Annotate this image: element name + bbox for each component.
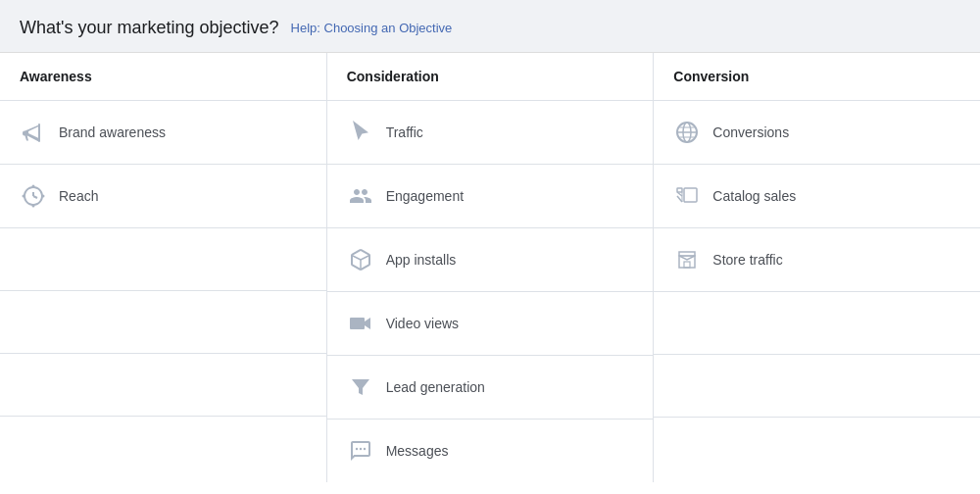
svg-point-10 bbox=[355, 448, 357, 450]
svg-point-11 bbox=[359, 448, 361, 450]
empty-cell-3 bbox=[0, 354, 326, 417]
engagement-option[interactable]: Engagement bbox=[327, 165, 654, 228]
filter-icon bbox=[347, 373, 374, 401]
video-icon bbox=[347, 310, 374, 337]
svg-line-8 bbox=[361, 256, 369, 261]
svg-line-7 bbox=[352, 256, 361, 261]
store-traffic-option[interactable]: Store traffic bbox=[654, 228, 980, 292]
app-installs-label: App installs bbox=[386, 252, 457, 268]
svg-rect-24 bbox=[684, 262, 690, 268]
svg-rect-19 bbox=[684, 188, 697, 202]
svg-line-22 bbox=[677, 196, 682, 202]
page-wrapper: What's your marketing objective? Help: C… bbox=[0, 0, 980, 494]
app-icon bbox=[347, 246, 374, 273]
catalog-sales-option[interactable]: Catalog sales bbox=[654, 165, 980, 228]
video-views-label: Video views bbox=[386, 316, 459, 331]
globe-icon bbox=[673, 119, 701, 146]
messages-label: Messages bbox=[386, 443, 449, 459]
svg-point-2 bbox=[32, 185, 35, 188]
svg-point-3 bbox=[32, 205, 35, 208]
conversions-option[interactable]: Conversions bbox=[654, 101, 980, 165]
conv-empty-3 bbox=[654, 418, 980, 480]
lead-generation-label: Lead generation bbox=[386, 379, 485, 395]
store-traffic-label: Store traffic bbox=[712, 252, 782, 268]
awareness-column: Awareness Brand awareness bbox=[0, 53, 327, 482]
cart-icon bbox=[673, 182, 701, 210]
conversions-label: Conversions bbox=[712, 124, 789, 140]
header: What's your marketing objective? Help: C… bbox=[0, 0, 980, 53]
brand-awareness-label: Brand awareness bbox=[59, 124, 166, 140]
conversion-header: Conversion bbox=[654, 53, 980, 101]
empty-cell-2 bbox=[0, 291, 326, 354]
messages-icon bbox=[347, 437, 374, 465]
svg-rect-9 bbox=[350, 318, 365, 329]
traffic-option[interactable]: Traffic bbox=[327, 101, 654, 165]
empty-cell-4 bbox=[0, 417, 326, 479]
lead-generation-option[interactable]: Lead generation bbox=[327, 356, 654, 420]
reach-icon bbox=[20, 182, 47, 210]
consideration-header: Consideration bbox=[327, 53, 654, 101]
app-installs-option[interactable]: App installs bbox=[327, 228, 654, 292]
svg-rect-18 bbox=[677, 188, 682, 192]
video-views-option[interactable]: Video views bbox=[327, 292, 654, 356]
engagement-label: Engagement bbox=[386, 188, 464, 204]
store-icon bbox=[673, 246, 701, 273]
objectives-table: Awareness Brand awareness bbox=[0, 53, 980, 482]
megaphone-icon bbox=[20, 119, 47, 146]
empty-cell-1 bbox=[0, 228, 326, 291]
svg-point-5 bbox=[42, 195, 45, 198]
svg-line-1 bbox=[33, 196, 37, 198]
cursor-icon bbox=[347, 119, 374, 146]
engagement-icon bbox=[347, 182, 374, 210]
help-link[interactable]: Help: Choosing an Objective bbox=[291, 21, 453, 35]
conversion-column: Conversion Conversions bbox=[654, 53, 980, 482]
conv-empty-2 bbox=[654, 355, 980, 418]
reach-option[interactable]: Reach bbox=[0, 165, 326, 228]
conv-empty-1 bbox=[654, 292, 980, 355]
brand-awareness-option[interactable]: Brand awareness bbox=[0, 101, 326, 165]
svg-point-12 bbox=[363, 448, 365, 450]
consideration-column: Consideration Traffic Engagement bbox=[327, 53, 655, 482]
awareness-header: Awareness bbox=[0, 53, 326, 101]
catalog-sales-label: Catalog sales bbox=[712, 188, 796, 204]
svg-point-4 bbox=[23, 195, 25, 198]
traffic-label: Traffic bbox=[386, 124, 423, 140]
page-title: What's your marketing objective? bbox=[20, 18, 279, 38]
reach-label: Reach bbox=[59, 188, 98, 204]
messages-option[interactable]: Messages bbox=[327, 420, 654, 482]
